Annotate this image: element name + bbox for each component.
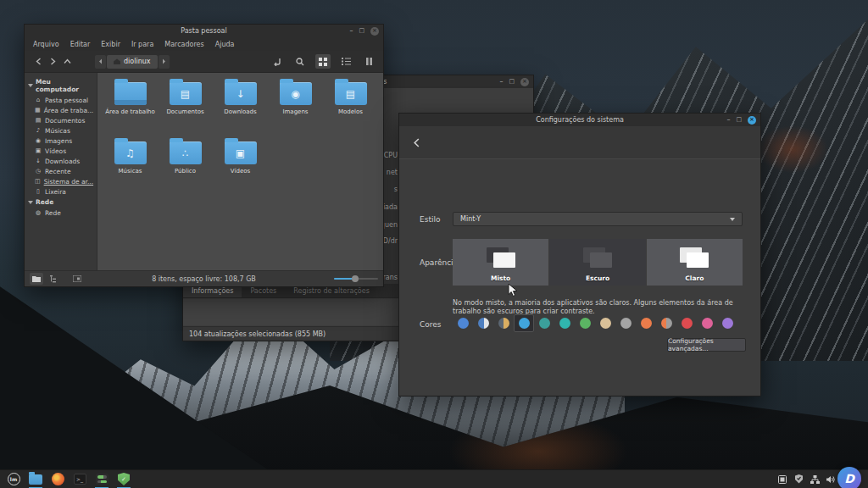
- sidebar-item-sistema-de-arquivos[interactable]: ◫Sistema de ar...: [25, 176, 97, 186]
- folder-label: Downloads: [224, 109, 256, 116]
- color-dot: [702, 318, 713, 329]
- color-swatch-orange[interactable]: [636, 314, 656, 332]
- sidebar-item-lixeira[interactable]: ▯Lixeira: [25, 186, 97, 197]
- treeview-icon[interactable]: [47, 273, 60, 285]
- minimize-button[interactable]: –: [726, 117, 730, 124]
- folder-item[interactable]: ♫Músicas: [103, 139, 158, 195]
- color-swatch-slate-gold[interactable]: [493, 314, 514, 332]
- maximize-button[interactable]: □: [736, 117, 742, 123]
- folder-glyph: [114, 82, 147, 105]
- tray-volume-icon[interactable]: [826, 474, 836, 485]
- folder-item[interactable]: ▤Documentos: [158, 80, 213, 136]
- maximize-button[interactable]: □: [359, 28, 364, 34]
- color-swatch-pink[interactable]: [697, 314, 717, 332]
- folder-item[interactable]: ▤Modelos: [323, 80, 378, 136]
- menu-arquivo[interactable]: Arquivo: [33, 41, 59, 48]
- breadcrumb-right-icon[interactable]: [159, 55, 170, 69]
- taskbar-files-button[interactable]: [27, 472, 44, 487]
- color-swatch-blue[interactable]: [453, 314, 473, 332]
- folder-icon: [29, 474, 42, 485]
- folder-item[interactable]: ◉Imagens: [268, 80, 323, 136]
- close-button[interactable]: ×: [520, 78, 529, 86]
- folder-item[interactable]: ▣Vídeos: [213, 139, 268, 195]
- back-button[interactable]: [31, 55, 46, 69]
- compact-view-icon[interactable]: [361, 54, 376, 69]
- list-view-icon[interactable]: [338, 54, 353, 69]
- color-swatch-green[interactable]: [575, 314, 595, 332]
- advanced-settings-button[interactable]: Configurações avançadas...: [667, 338, 746, 352]
- close-button[interactable]: ×: [370, 27, 379, 36]
- folder-item[interactable]: Área de trabalho: [103, 80, 158, 136]
- file-manager-sidebar: Meu computador ⌂Pasta pessoal ▦Área de t…: [25, 73, 97, 270]
- forward-button[interactable]: [46, 55, 60, 69]
- taskbar-firefox-button[interactable]: [49, 472, 66, 487]
- color-dot: [519, 318, 530, 329]
- minimize-button[interactable]: –: [349, 28, 353, 35]
- menu-ir-para[interactable]: Ir para: [131, 41, 153, 48]
- tray-shield-icon[interactable]: [793, 474, 804, 485]
- toggle-location-entry-icon[interactable]: [270, 54, 285, 69]
- taskbar-terminal-button[interactable]: >_: [71, 472, 88, 487]
- search-icon[interactable]: [292, 54, 308, 69]
- appearance-option-label: Claro: [647, 274, 743, 282]
- breadcrumb: diolinux: [95, 55, 170, 69]
- sidebar-item-pasta-pessoal[interactable]: ⌂Pasta pessoal: [25, 95, 97, 105]
- file-manager-content[interactable]: Área de trabalho ▤Documentos ↓Downloads …: [97, 73, 383, 270]
- style-dropdown[interactable]: Mint-Y: [453, 212, 743, 226]
- folder-item[interactable]: ∴Público: [158, 139, 213, 195]
- sidebar-item-area-de-trabalho[interactable]: ▦Área de traba...: [25, 105, 97, 115]
- file-manager-titlebar[interactable]: Pasta pessoal – □ ×: [25, 25, 383, 37]
- toggle-sidebar-icon[interactable]: [30, 273, 43, 285]
- color-swatch-orange-grey[interactable]: [656, 314, 676, 332]
- sidebar-section-rede[interactable]: Rede: [25, 197, 97, 208]
- mint-menu-button[interactable]: lm: [5, 472, 22, 487]
- breadcrumb-current-folder[interactable]: diolinux: [107, 55, 158, 69]
- sidebar-item-musicas[interactable]: ♪Músicas: [25, 125, 97, 136]
- sidebar-item-documentos[interactable]: ▤Documentos: [25, 115, 97, 125]
- menu-ajuda[interactable]: Ajuda: [215, 41, 235, 48]
- tray-network-icon[interactable]: [810, 474, 820, 485]
- menu-exibir[interactable]: Exibir: [101, 41, 120, 48]
- color-swatch-light-blue-selected[interactable]: [514, 314, 534, 332]
- sidebar-item-downloads[interactable]: ↓Downloads: [25, 156, 97, 166]
- color-swatch-purple[interactable]: [717, 314, 737, 332]
- slider-knob[interactable]: [352, 275, 359, 282]
- color-swatch-blue-white[interactable]: [473, 314, 493, 332]
- close-button[interactable]: ×: [748, 116, 756, 125]
- maximize-button[interactable]: □: [509, 79, 515, 85]
- sidebar-item-label: Downloads: [45, 158, 80, 165]
- color-swatch-red[interactable]: [676, 314, 697, 332]
- color-swatch-grey[interactable]: [615, 314, 636, 332]
- update-status-text: 104 atualizações selecionadas (855 MB): [189, 330, 326, 338]
- sidebar-item-imagens[interactable]: ◉Imagens: [25, 136, 97, 146]
- back-button[interactable]: [409, 136, 423, 149]
- up-button[interactable]: [60, 55, 75, 69]
- sidebar-item-videos[interactable]: ▣Vídeos: [25, 146, 97, 156]
- color-swatch-sand[interactable]: [595, 314, 615, 332]
- tray-window-icon[interactable]: [777, 474, 787, 485]
- breadcrumb-left-icon[interactable]: [95, 55, 106, 69]
- taskbar-update-manager-button[interactable]: ✓: [115, 472, 132, 487]
- sidebar-section-computer[interactable]: Meu computador: [25, 76, 97, 95]
- mint-logo-icon: lm: [8, 473, 20, 485]
- minimize-button[interactable]: –: [499, 79, 503, 86]
- sidebar-item-rede[interactable]: ◍Rede: [25, 208, 97, 218]
- taskbar-settings-button[interactable]: [93, 472, 110, 487]
- appearance-option-misto[interactable]: Misto: [453, 239, 548, 286]
- settings-titlebar[interactable]: Configurações do sistema – □ ×: [399, 114, 760, 126]
- grid-view-icon[interactable]: [315, 54, 331, 69]
- menu-editar[interactable]: Editar: [70, 41, 91, 48]
- color-swatch-teal[interactable]: [534, 314, 554, 332]
- sidebar-item-recente[interactable]: ◷Recente: [25, 166, 97, 176]
- sidebar-item-label: Lixeira: [45, 188, 66, 196]
- menu-marcadores[interactable]: Marcadores: [164, 41, 203, 48]
- folder-icon: [114, 82, 147, 105]
- color-swatch-cyan[interactable]: [554, 314, 575, 332]
- zoom-slider[interactable]: [334, 273, 378, 285]
- folder-item[interactable]: ↓Downloads: [213, 80, 268, 136]
- appearance-option-claro[interactable]: Claro: [647, 239, 743, 286]
- show-thumbnails-icon[interactable]: [70, 273, 84, 285]
- appearance-option-escuro[interactable]: Escuro: [549, 239, 645, 286]
- color-dot: [600, 318, 611, 329]
- color-dot: [722, 318, 733, 329]
